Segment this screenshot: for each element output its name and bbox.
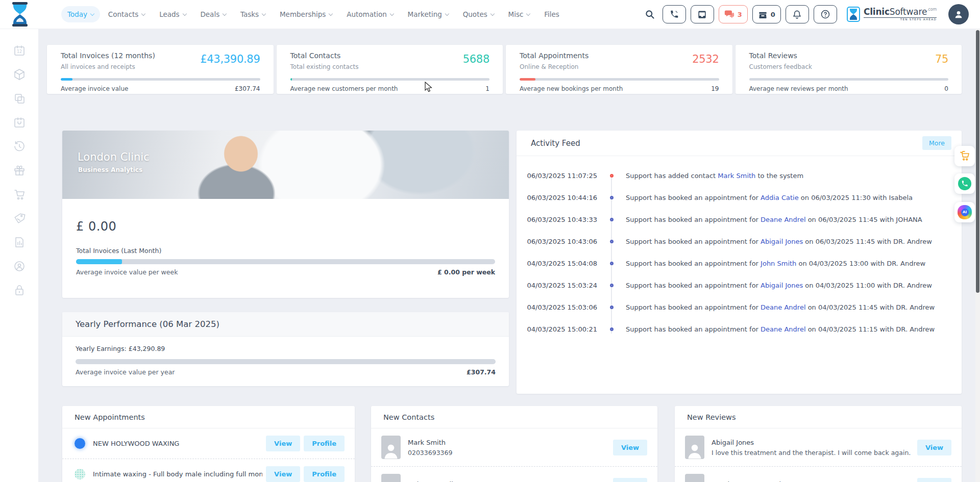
history-icon[interactable] xyxy=(13,140,26,153)
clinic-name: London Clinic xyxy=(78,151,150,163)
view-button[interactable]: View xyxy=(613,478,647,482)
package-icon[interactable] xyxy=(13,68,26,81)
floating-call-button[interactable] xyxy=(954,173,975,194)
person-icon xyxy=(383,442,399,459)
help-button[interactable] xyxy=(814,5,837,23)
price-tag-icon[interactable] xyxy=(13,212,26,224)
profile-button[interactable]: Profile xyxy=(304,466,345,482)
clinicsoftware-wordmark[interactable]: ClinicSoftware.com TEN STEPS AHEAD xyxy=(847,7,937,22)
contact-link[interactable]: Deane Andrel xyxy=(761,303,805,311)
gift-icon[interactable] xyxy=(13,164,26,176)
chevron-down-icon xyxy=(526,11,530,15)
profile-button[interactable]: Profile xyxy=(304,436,345,451)
notifications-button[interactable] xyxy=(786,5,809,23)
feed-timestamp: 06/03/2025 11:07:25 xyxy=(517,172,597,180)
feed-text: Support has booked an appointment for De… xyxy=(626,303,935,311)
nav-item-leads[interactable]: Leads xyxy=(153,6,192,22)
feed-timestamp: 04/03/2025 15:03:06 xyxy=(517,303,597,311)
page-scrollbar[interactable] xyxy=(975,29,980,482)
cart-icon[interactable] xyxy=(13,188,26,200)
nav-label: Deals xyxy=(200,10,219,18)
nav-item-deals[interactable]: Deals xyxy=(194,6,232,22)
view-button[interactable]: View xyxy=(917,478,951,482)
nav-item-marketing[interactable]: Marketing xyxy=(402,6,455,22)
top-header: Today Contacts Leads Deals Tasks Members… xyxy=(0,0,980,29)
floating-ai-button[interactable]: AI xyxy=(954,202,975,222)
stat-footer-value: 1 xyxy=(485,85,489,92)
yearly-earnings: Yearly Earnings: £43,290.89 xyxy=(76,345,496,352)
nav-item-misc[interactable]: Misc xyxy=(502,6,536,22)
service-dot xyxy=(75,438,85,449)
contact-link[interactable]: Abigail Jones xyxy=(761,238,803,245)
user-avatar[interactable] xyxy=(948,4,969,24)
main-nav: Today Contacts Leads Deals Tasks Members… xyxy=(61,6,566,22)
chevron-down-icon xyxy=(262,11,266,15)
contact-link[interactable]: Deane Andrel xyxy=(761,325,805,333)
contact-link[interactable]: Mark Smith xyxy=(718,172,755,180)
clinicsoftware-hourglass-logo[interactable] xyxy=(8,2,32,27)
contact-link[interactable]: Addia Catie xyxy=(761,194,799,201)
floating-cart-button[interactable] xyxy=(954,146,975,166)
nav-item-tasks[interactable]: Tasks xyxy=(234,6,272,22)
nav-item-memberships[interactable]: Memberships xyxy=(274,6,338,22)
person-icon xyxy=(687,480,702,482)
contact-info: Mark Smith 02033693369 xyxy=(408,439,609,456)
stat-value: £43,390.89 xyxy=(200,53,260,70)
nav-label: Memberships xyxy=(280,10,326,18)
appointment-row: Intimate waxing - Full body male includi… xyxy=(62,459,355,482)
stat-footer-label: Average new bookings per month xyxy=(520,85,623,92)
stat-title: Total Appointments xyxy=(520,52,589,60)
inbox-button[interactable] xyxy=(691,5,714,23)
feed-text: Support has booked an appointment for Ad… xyxy=(626,194,913,201)
more-button[interactable]: More xyxy=(922,136,951,150)
progress-fill xyxy=(76,259,122,264)
report-icon[interactable] xyxy=(13,236,26,248)
ai-icon-core: AI xyxy=(961,209,969,216)
brand-text: ClinicSoftware.com TEN STEPS AHEAD xyxy=(864,8,937,21)
feed-text: Support has added contact Mark Smith to … xyxy=(626,172,803,180)
pos-count-badge: 0 xyxy=(771,11,775,18)
nav-label: Misc xyxy=(508,10,524,18)
activity-feed-title: Activity Feed xyxy=(531,139,580,148)
new-contacts-title: New Contacts xyxy=(371,406,657,428)
account-sync-icon[interactable] xyxy=(13,260,26,272)
pos-button[interactable]: 0 xyxy=(752,5,781,23)
calendar-12-icon[interactable]: 12 xyxy=(13,44,26,57)
view-button[interactable]: View xyxy=(266,466,300,482)
scrollbar-thumb[interactable] xyxy=(976,30,979,293)
view-button[interactable]: View xyxy=(917,440,951,455)
nav-item-automation[interactable]: Automation xyxy=(340,6,399,22)
progress-track xyxy=(61,78,260,81)
nav-item-quotes[interactable]: Quotes xyxy=(457,6,500,22)
new-contacts-card: New Contacts Mark Smith 02033693369 View… xyxy=(371,406,657,482)
search-icon[interactable] xyxy=(645,9,655,19)
nav-label: Contacts xyxy=(108,10,139,18)
nav-item-files[interactable]: Files xyxy=(538,6,566,22)
phone-button[interactable] xyxy=(663,5,686,23)
contact-link[interactable]: John Smith xyxy=(761,260,796,267)
chat-button[interactable]: 3 xyxy=(719,5,748,23)
stat-subtitle: All invoices and receipts xyxy=(61,63,155,70)
last-month-label: Total Invoices (Last Month) xyxy=(76,247,495,255)
lock-icon[interactable] xyxy=(13,284,26,296)
stat-card-invoices: Total Invoices (12 months) All invoices … xyxy=(47,45,274,94)
nav-item-contacts[interactable]: Contacts xyxy=(102,6,151,22)
card-machine-icon xyxy=(758,10,768,19)
contact-link[interactable]: Deane Andrel xyxy=(761,216,805,223)
contact-avatar xyxy=(381,474,401,482)
stat-footer-value: 0 xyxy=(944,85,948,92)
nav-item-today[interactable]: Today xyxy=(61,6,100,22)
progress-track xyxy=(520,78,719,81)
view-button[interactable]: View xyxy=(266,436,300,451)
copy-pages-icon[interactable] xyxy=(13,92,26,105)
progress-track xyxy=(290,78,490,81)
question-icon xyxy=(820,9,830,19)
brand-name-a: Clinic xyxy=(864,7,890,17)
booking-calendar-icon[interactable] xyxy=(13,116,26,129)
contact-link[interactable]: Abigail Jones xyxy=(761,282,803,289)
view-button[interactable]: View xyxy=(613,440,647,455)
chevron-down-icon xyxy=(390,11,394,15)
timeline-marker xyxy=(610,306,614,309)
nav-label: Marketing xyxy=(408,10,442,18)
stat-subtitle: Customers feedback xyxy=(749,63,812,70)
